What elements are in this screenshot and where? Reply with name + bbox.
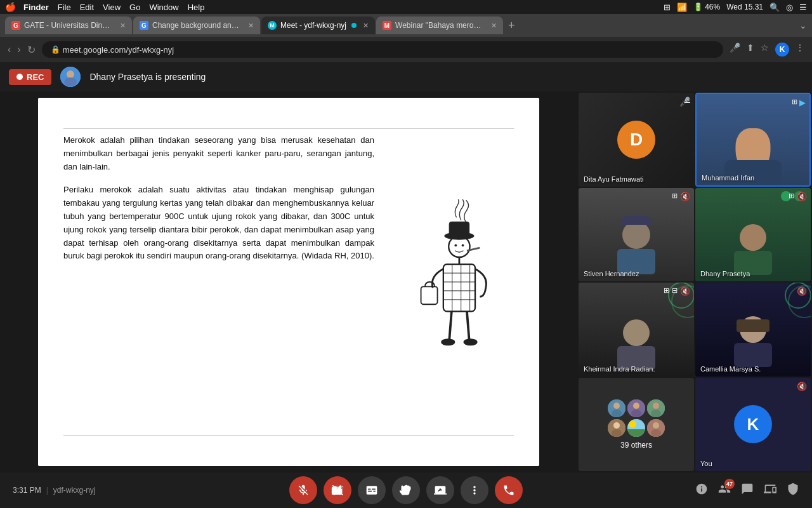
slide-top-divider [63, 128, 514, 129]
battery-icon[interactable]: 🔋 46% [693, 3, 720, 11]
dhany-figure [731, 224, 775, 275]
rec-button[interactable]: REC [9, 69, 51, 85]
time-display: 3:31 PM [13, 486, 41, 495]
end-call-button[interactable] [495, 476, 523, 504]
smoking-figure-svg [400, 199, 501, 364]
control-center-icon[interactable]: ⊞ [664, 3, 671, 12]
more-options-button[interactable] [461, 476, 488, 504]
slide-image [387, 134, 514, 430]
tab-gate-close[interactable]: ✕ [120, 22, 126, 30]
new-tab-button[interactable]: + [508, 19, 515, 32]
svg-point-38 [612, 429, 622, 437]
separator: | [46, 486, 48, 495]
mini-avatar-6 [647, 419, 665, 437]
slide-container: Merokok adalah pilihan tindakan seseoran… [38, 98, 539, 466]
participant-tile-dita[interactable]: D Dita Ayu Fatmawati 🎤̶ [579, 93, 694, 187]
tab-change-bg[interactable]: G Change background and apply... ✕ [133, 17, 260, 34]
captions-button[interactable] [358, 476, 386, 504]
url-text: meet.google.com/ydf-wkxg-nyj [63, 45, 174, 55]
activities-button[interactable] [764, 483, 776, 498]
tab-gate-title: GATE - Universitas Dinamika [24, 21, 114, 30]
participant-tile-stiven[interactable]: ⊞ 🔇 Stiven Hernandez [579, 188, 694, 282]
search-icon[interactable]: 🔍 [769, 3, 780, 12]
right-controls: 47 [695, 483, 799, 498]
slide-bottom-divider [63, 435, 514, 436]
tab-change-bg-close[interactable]: ✕ [248, 22, 254, 30]
tab-gate[interactable]: G GATE - Universitas Dinamika ✕ [5, 17, 132, 34]
participant-tile-others[interactable]: 39 others [579, 378, 694, 472]
participant-tile-kheirma[interactable]: ⊞ ⊟ 🔇 Kheirmal Indra Radian. [579, 283, 694, 377]
security-button[interactable] [787, 483, 799, 498]
present-button[interactable] [426, 476, 454, 504]
mute-cam-button[interactable] [324, 476, 351, 504]
you-mic-off-icon: 🔇 [797, 382, 807, 391]
menu-window[interactable]: Window [149, 3, 178, 12]
stiven-head [622, 221, 650, 249]
raise-hand-button[interactable] [392, 476, 420, 504]
notification-icon[interactable]: ☰ [799, 3, 807, 12]
siri-icon[interactable]: ◎ [786, 3, 793, 12]
menu-view[interactable]: View [103, 3, 121, 12]
forward-button[interactable]: › [17, 44, 20, 55]
menu-finder[interactable]: Finder [23, 3, 49, 12]
slide-paragraph1: Merokok adalah pilihan tindakan seseoran… [63, 134, 374, 173]
tab-gmail-title: Webinar "Bahaya merokok pa... [395, 21, 485, 30]
user-avatar-button[interactable]: K [775, 43, 789, 57]
controls-bar [289, 476, 523, 504]
tab-gmail-close[interactable]: ✕ [491, 22, 497, 30]
reload-button[interactable]: ↻ [27, 44, 36, 56]
menu-go[interactable]: Go [129, 3, 140, 12]
screenshot-icon[interactable]: ⬆ [747, 43, 754, 57]
kheirma-icons: ⊞ ⊟ 🔇 [664, 286, 690, 296]
irfan-name: Muhammad Irfan [702, 174, 754, 182]
dita-name: Dita Ayu Fatmawati [584, 175, 644, 183]
url-bar[interactable]: 🔒 meet.google.com/ydf-wkxg-nyj [42, 41, 723, 58]
slide-paragraph2: Perilaku merokok adalah suatu aktivitas … [63, 184, 374, 263]
back-button[interactable]: ‹ [8, 44, 11, 55]
mini-avatar-3 [647, 399, 665, 417]
dita-avatar: D [617, 121, 655, 159]
presentation-area: Merokok adalah pilihan tindakan seseoran… [0, 91, 577, 472]
mic-browser-icon[interactable]: 🎤 [730, 43, 740, 57]
slide-content: Merokok adalah pilihan tindakan seseoran… [63, 134, 514, 430]
tab-gmail[interactable]: M Webinar "Bahaya merokok pa... ✕ [376, 17, 503, 34]
chat-button[interactable] [741, 483, 754, 498]
info-button[interactable] [695, 483, 708, 498]
bookmark-icon[interactable]: ☆ [761, 43, 769, 57]
people-button[interactable]: 47 [718, 483, 731, 498]
dhany-icons: ⊞ 🔇 [789, 192, 807, 201]
rec-label: REC [27, 72, 44, 82]
svg-point-7 [462, 244, 464, 247]
stiven-icons: ⊞ 🔇 [672, 192, 690, 201]
camellia-icons: 🔇 [797, 286, 807, 296]
svg-rect-40 [627, 429, 645, 437]
menu-file[interactable]: File [58, 3, 71, 12]
kheirma-mic-off-icon: 🔇 [680, 286, 690, 296]
svg-point-31 [633, 403, 639, 409]
participant-tile-you[interactable]: K 🔇 You [695, 378, 811, 472]
dhany-mic-off-icon: 🔇 [797, 192, 807, 201]
wifi-icon[interactable]: 📶 [677, 3, 687, 12]
participant-tile-irfan[interactable]: ⊞ ▶ Muhammad Irfan [695, 93, 811, 187]
irfan-icons: ⊞ ▶ [792, 98, 806, 107]
participant-tile-dhany[interactable]: ⊞ 🔇 Dhany Prasetya [695, 188, 811, 282]
svg-point-22 [463, 338, 477, 345]
mini-avatar-1 [608, 399, 625, 417]
camellia-figure [731, 316, 775, 370]
extensions-icon[interactable]: ⋮ [796, 43, 804, 57]
mute-mic-button[interactable] [289, 476, 317, 504]
apple-menu[interactable]: 🍎 [5, 2, 16, 12]
presenter-text: Dhany Prasetya is presenting [89, 72, 206, 82]
svg-rect-18 [421, 286, 438, 304]
menu-help[interactable]: Help [188, 3, 205, 12]
tab-overflow-button[interactable]: ⌄ [799, 20, 807, 30]
tab-meet-close[interactable]: ✕ [363, 22, 369, 30]
menu-edit[interactable]: Edit [80, 3, 94, 12]
tab-meet[interactable]: M Meet - ydf-wkxg-nyj ✕ [261, 17, 375, 34]
camellia-shirt [734, 343, 772, 367]
svg-point-44 [651, 429, 661, 437]
participant-tile-camellia[interactable]: 🔇 Camellia Marsya S. [695, 283, 811, 377]
svg-point-6 [455, 244, 457, 247]
svg-point-43 [653, 422, 659, 429]
tab-meet-title: Meet - ydf-wkxg-nyj [280, 21, 346, 30]
